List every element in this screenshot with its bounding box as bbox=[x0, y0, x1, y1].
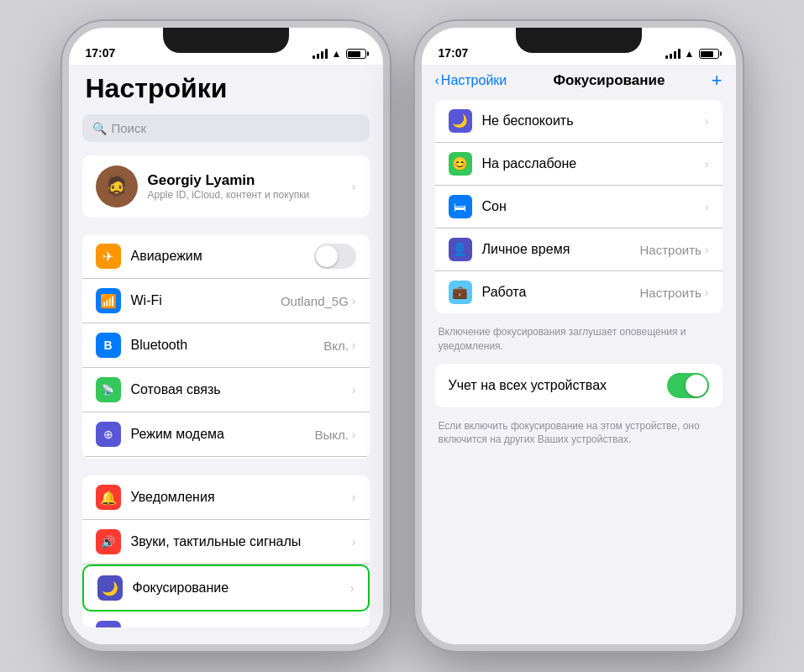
wifi-chevron: › bbox=[352, 294, 356, 307]
focus-page-title: Фокусирование bbox=[507, 72, 711, 89]
focus-setting-icon: 🌙 bbox=[97, 575, 123, 601]
hotspot-icon: ⊕ bbox=[96, 422, 121, 447]
all-devices-toggle-row[interactable]: Учет на всех устройствах bbox=[435, 364, 723, 407]
focus-nav-bar: ‹ Настройки Фокусирование + bbox=[422, 65, 736, 100]
right-phone: 17:07 ▲ ‹ Настройки Фокусирование + 🌙 Н bbox=[415, 21, 743, 651]
battery-icon-right bbox=[699, 49, 719, 59]
dnd-icon: 🌙 bbox=[449, 109, 472, 133]
focus-screen: ‹ Настройки Фокусирование + 🌙 Не беспоко… bbox=[422, 65, 736, 644]
row-bluetooth[interactable]: B Bluetooth Вкл. › bbox=[82, 323, 370, 368]
row-airplane[interactable]: ✈ Авиарежим bbox=[82, 234, 370, 279]
personal-label: Личное время bbox=[482, 242, 640, 257]
bluetooth-value: Вкл. bbox=[323, 339, 349, 353]
bluetooth-icon: B bbox=[96, 333, 121, 358]
focus-label: Фокусирование bbox=[133, 580, 350, 596]
time-right: 17:07 bbox=[439, 46, 469, 60]
personal-action: Настроить bbox=[640, 243, 702, 257]
profile-chevron: › bbox=[352, 180, 356, 193]
hotspot-chevron: › bbox=[352, 428, 356, 441]
row-wifi[interactable]: 📶 Wi-Fi Outland_5G › bbox=[82, 279, 370, 323]
screentime-icon: ⏳ bbox=[96, 621, 121, 627]
profile-sub: Apple ID, iCloud, контент и покупки bbox=[148, 189, 352, 201]
status-icons-right: ▲ bbox=[665, 48, 719, 60]
signal-icon-right bbox=[665, 49, 681, 59]
sounds-chevron: › bbox=[352, 535, 356, 549]
screentime-label: Экранное время bbox=[131, 626, 352, 627]
time-left: 17:07 bbox=[86, 46, 116, 60]
profile-info: Georgiy Lyamin Apple ID, iCloud, контент… bbox=[148, 172, 352, 201]
wifi-icon: ▲ bbox=[332, 48, 342, 60]
sleep-chevron: › bbox=[705, 200, 709, 213]
hotspot-value: Выкл. bbox=[314, 428, 348, 442]
work-chevron: › bbox=[705, 286, 709, 299]
settings-title: Настройки bbox=[69, 65, 383, 114]
back-button[interactable]: ‹ Настройки bbox=[435, 73, 507, 88]
settings-group-2: 🔔 Уведомления › 🔊 Звуки, тактильные сигн… bbox=[82, 475, 370, 627]
wifi-value: Outland_5G bbox=[281, 294, 349, 308]
row-sounds[interactable]: 🔊 Звуки, тактильные сигналы › bbox=[82, 520, 370, 564]
wifi-label: Wi-Fi bbox=[131, 293, 281, 308]
row-vpn[interactable]: VPN VPN bbox=[82, 457, 370, 459]
personal-icon: 👤 bbox=[449, 238, 472, 261]
sleep-label: Сон bbox=[482, 199, 705, 214]
row-hotspot[interactable]: ⊕ Режим модема Выкл. › bbox=[82, 412, 370, 457]
battery-icon bbox=[346, 49, 366, 59]
cellular-icon: 📡 bbox=[96, 377, 121, 402]
add-focus-button[interactable]: + bbox=[712, 70, 723, 92]
cellular-chevron: › bbox=[352, 383, 356, 396]
row-focus[interactable]: 🌙 Фокусирование › bbox=[82, 564, 370, 612]
focus-hint: Включение фокусирования заглушает оповещ… bbox=[422, 320, 736, 364]
focus-row-dnd[interactable]: 🌙 Не беспокоить › bbox=[435, 100, 723, 143]
notifications-icon: 🔔 bbox=[96, 485, 121, 510]
relax-label: На расслабоне bbox=[482, 156, 705, 171]
work-label: Работа bbox=[482, 285, 640, 300]
avatar: 🧔 bbox=[96, 165, 138, 207]
sounds-label: Звуки, тактильные сигналы bbox=[131, 534, 352, 549]
search-icon: 🔍 bbox=[92, 122, 107, 135]
focus-items-group: 🌙 Не беспокоить › 😊 На расслабоне › 🛏 Со… bbox=[435, 100, 723, 313]
airplane-icon: ✈ bbox=[96, 244, 121, 269]
search-input[interactable]: Поиск bbox=[112, 121, 147, 135]
focus-chevron: › bbox=[350, 581, 355, 595]
bluetooth-chevron: › bbox=[352, 339, 356, 352]
all-devices-toggle[interactable] bbox=[667, 373, 709, 398]
personal-chevron: › bbox=[705, 243, 709, 256]
search-bar[interactable]: 🔍 Поиск bbox=[82, 114, 370, 142]
settings-screen: Настройки 🔍 Поиск 🧔 Georgiy Lyamin Apple… bbox=[69, 65, 383, 644]
notifications-chevron: › bbox=[352, 491, 356, 504]
back-chevron-icon: ‹ bbox=[435, 73, 439, 88]
sleep-icon: 🛏 bbox=[449, 195, 472, 218]
focus-row-personal[interactable]: 👤 Личное время Настроить › bbox=[435, 228, 723, 271]
relax-chevron: › bbox=[705, 157, 709, 171]
row-screentime[interactable]: ⏳ Экранное время › bbox=[82, 612, 370, 627]
profile-row[interactable]: 🧔 Georgiy Lyamin Apple ID, iCloud, конте… bbox=[82, 155, 370, 218]
signal-icon bbox=[313, 49, 328, 59]
airplane-label: Авиарежим bbox=[131, 249, 314, 264]
row-notifications[interactable]: 🔔 Уведомления › bbox=[82, 475, 370, 520]
settings-group-1: ✈ Авиарежим 📶 Wi-Fi Outland_5G › B Bluet… bbox=[82, 234, 370, 459]
dnd-chevron: › bbox=[705, 114, 709, 128]
notifications-label: Уведомления bbox=[131, 490, 352, 505]
dnd-label: Не беспокоить bbox=[482, 113, 705, 129]
screentime-chevron: › bbox=[352, 627, 356, 627]
work-icon: 💼 bbox=[449, 281, 472, 304]
toggle-hint: Если включить фокусирование на этом устр… bbox=[422, 414, 736, 458]
hotspot-label: Режим модема bbox=[131, 427, 315, 442]
relax-icon: 😊 bbox=[449, 152, 472, 176]
wifi-setting-icon: 📶 bbox=[96, 288, 121, 313]
profile-name: Georgiy Lyamin bbox=[148, 172, 352, 189]
notch bbox=[163, 28, 289, 53]
focus-row-work[interactable]: 💼 Работа Настроить › bbox=[435, 271, 723, 313]
back-label[interactable]: Настройки bbox=[441, 73, 507, 88]
wifi-icon-right: ▲ bbox=[685, 48, 695, 60]
cellular-label: Сотовая связь bbox=[131, 382, 352, 397]
notch-right bbox=[516, 28, 642, 53]
left-phone: 17:07 ▲ Настройки 🔍 Поиск 🧔 Georgiy Lyam… bbox=[62, 21, 390, 651]
focus-row-sleep[interactable]: 🛏 Сон › bbox=[435, 186, 723, 228]
row-cellular[interactable]: 📡 Сотовая связь › bbox=[82, 368, 370, 412]
bluetooth-label: Bluetooth bbox=[131, 338, 324, 353]
airplane-toggle[interactable] bbox=[314, 244, 356, 269]
focus-row-relax[interactable]: 😊 На расслабоне › bbox=[435, 143, 723, 186]
sounds-icon: 🔊 bbox=[96, 529, 121, 554]
all-devices-label: Учет на всех устройствах bbox=[449, 378, 667, 393]
